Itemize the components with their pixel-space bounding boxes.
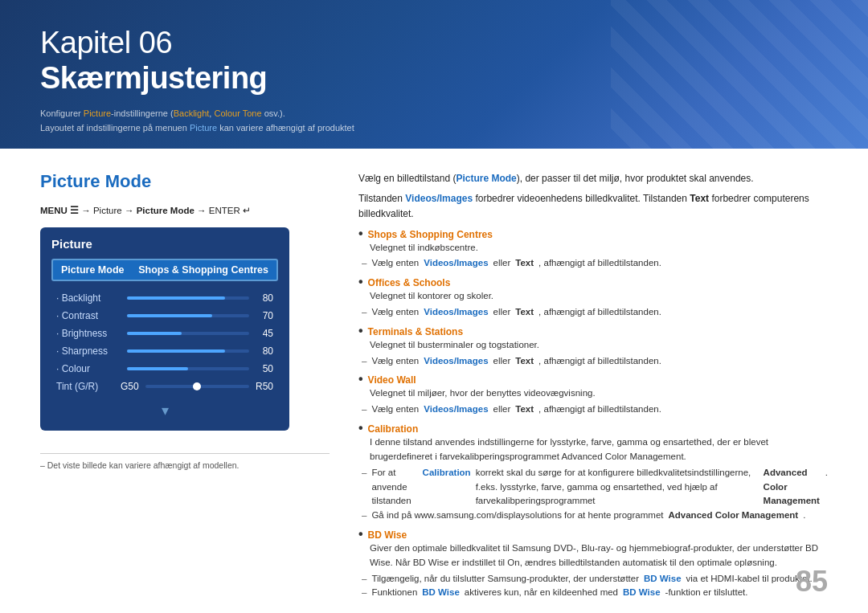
list-item: • BD Wise Giver den optimale billedkvali… [358,529,828,600]
selected-mode-row[interactable]: Picture Mode Shops & Shopping Centres [51,259,278,281]
bullet-title: • BD Wise [358,529,828,541]
tv-row: · Colour 50 [51,360,278,378]
tint-r-value: R50 [256,381,273,392]
row-value: 80 [256,345,273,357]
dash-list: Tilgængelig, når du tilslutter Samsung-p… [362,572,828,601]
chapter-label: Kapitel 06 [40,26,828,61]
row-label: · Brightness [56,328,121,339]
tint-track [145,385,249,388]
row-value: 70 [256,310,273,321]
bullet-title: • Terminals & Stations [358,326,828,337]
header-subtitle: Konfigurer Picture-indstillingerne (Back… [40,107,828,135]
menu-path: MENU ☰ → Picture → Picture Mode → ENTER … [40,205,330,216]
scroll-arrow-row: ▾ [51,402,278,419]
dash-item: Vælg enten Videos/Images eller Text, afh… [362,403,828,417]
row-bar-fill [127,367,188,370]
row-bar [127,296,249,300]
bullet-title: • Video Wall [358,374,828,386]
row-label: · Colour [56,363,121,374]
list-item: • Offices & Schools Velegnet til kontore… [358,277,828,320]
tv-rows: · Backlight 80 · Contrast 70 · Brightnes… [51,289,278,378]
bullet-title-text: BD Wise [368,529,407,541]
bullet-dot: • [358,227,363,240]
footnote-text: – Det viste billede kan variere afhængig… [40,460,330,470]
intro-text-1: Vælg en billedtilstand (Picture Mode), d… [358,171,828,186]
tint-row: Tint (G/R) G50 R50 [51,378,278,395]
bullet-title-text: Shops & Shopping Centres [368,229,493,240]
dash-list: Vælg enten Videos/Images eller Text, afh… [362,403,828,417]
bullet-dot: • [358,276,363,288]
dash-item: Gå ind på www.samsung.com/displaysolutio… [362,509,828,523]
bullet-title: • Shops & Shopping Centres [358,229,828,240]
panel-title: Picture [51,237,278,251]
row-bar-fill [127,349,225,353]
header: Kapitel 06 Skærmjustering Konfigurer Pic… [0,0,868,149]
tv-row: · Sharpness 80 [51,342,278,360]
dash-item: Funktionen BD Wise aktiveres kun, når en… [362,586,828,600]
dash-list: Vælg enten Videos/Images eller Text, afh… [362,354,828,369]
dash-item: Vælg enten Videos/Images eller Text, afh… [362,256,828,271]
bullet-list: • Shops & Shopping Centres Velegnet til … [358,229,828,601]
footnote: – Det viste billede kan variere afhængig… [40,453,330,470]
bullet-title-text: Terminals & Stations [368,326,463,337]
bullet-body: Velegnet til miljøer, hvor der benyttes … [370,386,828,401]
bullet-body: Velegnet til indkøbscentre. [370,241,828,255]
bullet-body: Giver den optimale billedkvalitet til Sa… [370,541,828,570]
content-area: Picture Mode MENU ☰ → Picture → Picture … [0,149,868,613]
tv-row: · Brightness 45 [51,325,278,342]
dash-item: Vælg enten Videos/Images eller Text, afh… [362,354,828,369]
row-bar-fill [127,314,212,317]
selected-mode-right: Shops & Shopping Centres [138,264,268,276]
row-bar [127,332,249,335]
tint-label: Tint (G/R) [56,381,121,392]
dash-item: Vælg enten Videos/Images eller Text, afh… [362,305,828,320]
row-value: 50 [256,363,273,374]
list-item: • Calibration I denne tilstand anvendes … [358,423,828,523]
dash-item: For at anvende tilstanden Calibration ko… [362,466,828,509]
bullet-title-text: Video Wall [368,374,416,386]
row-value: 80 [256,292,273,304]
row-value: 45 [256,328,273,339]
row-label: · Contrast [56,310,121,321]
header-sub1: Konfigurer Picture-indstillingerne (Back… [40,107,828,121]
bullet-dot: • [358,528,363,541]
list-item: • Shops & Shopping Centres Velegnet til … [358,229,828,272]
tv-picture-panel: Picture Picture Mode Shops & Shopping Ce… [40,227,289,431]
right-column: Vælg en billedtilstand (Picture Mode), d… [358,171,828,607]
bullet-title: • Calibration [358,423,828,435]
tint-g-value: G50 [121,381,139,392]
tv-row: · Backlight 80 [51,289,278,307]
left-column: Picture Mode MENU ☰ → Picture → Picture … [40,171,330,607]
bullet-body: I denne tilstand anvendes indstillingern… [370,435,828,464]
row-bar-fill [127,332,182,335]
scroll-down-icon: ▾ [162,402,169,419]
row-bar [127,314,249,317]
bullet-body: Velegnet til kontorer og skoler. [370,289,828,304]
row-label: · Sharpness [56,345,121,357]
intro-text-2: Tilstanden Videos/Images forbedrer video… [358,191,828,222]
page-number: 85 [796,565,828,599]
dash-list: For at anvende tilstanden Calibration ko… [362,466,828,523]
bullet-title-text: Calibration [368,423,419,435]
bullet-body: Velegnet til busterminaler og togstation… [370,338,828,353]
bullet-title: • Offices & Schools [358,277,828,288]
row-bar [127,349,249,353]
bullet-dot: • [358,373,363,386]
dash-list: Vælg enten Videos/Images eller Text, afh… [362,256,828,271]
dash-item: Tilgængelig, når du tilslutter Samsung-p… [362,572,828,586]
bullet-dot: • [358,422,363,435]
bullet-title-text: Offices & Schools [368,277,451,288]
selected-mode-left: Picture Mode [61,264,125,276]
header-sub2: Layoutet af indstillingerne på menuen Pi… [40,121,828,136]
row-bar [127,367,249,370]
bullet-dot: • [358,325,363,337]
list-item: • Video Wall Velegnet til miljøer, hvor … [358,374,828,417]
dash-list: Vælg enten Videos/Images eller Text, afh… [362,305,828,320]
row-label: · Backlight [56,292,121,304]
picture-mode-title: Picture Mode [40,171,330,192]
row-bar-fill [127,296,225,300]
page-title: Skærmjustering [40,61,828,96]
tv-row: · Contrast 70 [51,307,278,325]
list-item: • Terminals & Stations Velegnet til bust… [358,326,828,369]
tint-thumb [193,382,201,390]
